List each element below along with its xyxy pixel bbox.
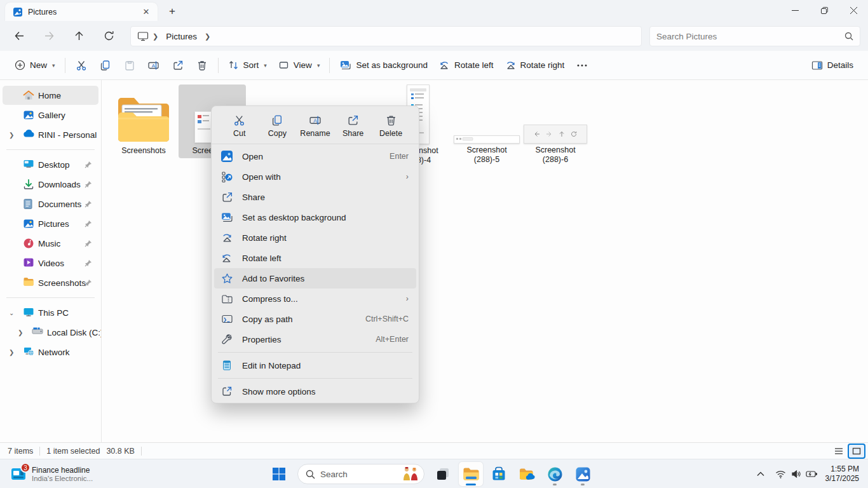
share-icon [347, 114, 359, 126]
taskbar-search-box[interactable]: Search [297, 464, 424, 484]
sidebar-item-desktop[interactable]: Desktop [3, 155, 98, 174]
breadcrumb-location[interactable]: Pictures [162, 30, 201, 43]
cut-button[interactable] [69, 55, 93, 76]
paste-button[interactable] [118, 55, 142, 76]
minimize-button[interactable] [780, 0, 810, 21]
sidebar-item-network[interactable]: ❯ Network [3, 342, 98, 362]
sidebar-item-gallery[interactable]: Gallery [3, 105, 98, 125]
menu-item-rotate-right[interactable]: Rotate right [214, 227, 416, 248]
sidebar-item-downloads[interactable]: Downloads [3, 175, 98, 194]
menu-item-shortcut: Ctrl+Shift+C [365, 315, 409, 323]
delete-button[interactable] [190, 55, 214, 76]
sidebar-item-documents[interactable]: Documents [3, 194, 98, 214]
menu-item-properties[interactable]: Properties Alt+Enter [214, 329, 416, 349]
file-explorer-taskbar-icon[interactable] [459, 462, 483, 486]
sidebar-separator [6, 149, 95, 150]
rename-icon: A [309, 114, 322, 126]
screenshot-thumbnail [454, 135, 520, 144]
file-name: Screenshot(288)-6 [535, 144, 575, 167]
new-tab-button[interactable]: + [164, 4, 180, 19]
rotate-left-button[interactable]: Rotate left [433, 55, 499, 76]
close-button[interactable] [839, 0, 868, 21]
file-name: Screenshots [121, 144, 165, 158]
breadcrumb-chevron-icon: ❯ [149, 32, 162, 41]
menu-item-show-more-options[interactable]: Show more options [214, 381, 416, 402]
sidebar-item-videos[interactable]: Videos [3, 254, 98, 273]
breadcrumb[interactable]: ❯ Pictures ❯ [130, 26, 642, 46]
search-input[interactable] [656, 32, 844, 41]
sidebar-item-onedrive[interactable]: ❯ RINI - Personal [3, 125, 98, 144]
submenu-arrow-icon: › [406, 172, 409, 181]
context-cut-button[interactable]: Cut [222, 111, 257, 141]
sidebar-item-music[interactable]: Music [3, 234, 98, 253]
photos-taskbar-icon[interactable] [571, 462, 595, 486]
see-more-button[interactable] [570, 55, 594, 76]
menu-item-compress-to[interactable]: Compress to... › [214, 288, 416, 309]
menu-item-add-to-favorites[interactable]: Add to Favorites [214, 268, 416, 288]
file-tile-screenshot-288-6[interactable]: Screenshot(288)-6 [522, 85, 589, 167]
back-button[interactable] [8, 26, 30, 46]
search-box[interactable] [649, 26, 860, 46]
rotate-right-icon [220, 231, 233, 244]
menu-item-label: Set as desktop background [242, 213, 346, 222]
menu-item-rotate-left[interactable]: Rotate left [214, 248, 416, 268]
onedrive-icon [23, 129, 34, 140]
context-copy-button[interactable]: Copy [259, 111, 295, 141]
menu-item-copy-as-path[interactable]: Copy as path Ctrl+Shift+C [214, 309, 416, 329]
view-button[interactable]: View ▾ [273, 55, 326, 76]
onedrive-folder-taskbar-icon[interactable] [515, 462, 539, 486]
menu-item-open-with[interactable]: Open with › [214, 166, 416, 187]
list-view-button[interactable] [831, 445, 846, 458]
volume-icon[interactable] [789, 464, 804, 484]
sort-button[interactable]: Sort ▾ [222, 55, 273, 76]
edge-taskbar-icon[interactable] [543, 462, 567, 486]
sidebar-item-local-disk[interactable]: ❯ Local Disk (C:) [3, 323, 98, 342]
rotate-right-button[interactable]: Rotate right [499, 55, 571, 76]
up-button[interactable] [68, 26, 90, 46]
file-tile-screenshots-folder[interactable]: Screenshots [110, 85, 177, 158]
sidebar-item-home[interactable]: Home [3, 86, 98, 105]
wifi-icon[interactable] [773, 464, 789, 484]
share-button[interactable] [166, 55, 190, 76]
sidebar-item-label: Music [38, 239, 60, 248]
widgets-icon: 3 [10, 466, 27, 482]
this-pc-icon [137, 31, 149, 41]
details-pane-button[interactable]: Details [806, 55, 859, 76]
battery-icon[interactable] [804, 464, 819, 484]
refresh-button[interactable] [98, 26, 119, 46]
forward-button[interactable] [38, 26, 60, 46]
widget-headline: Finance headline [32, 466, 93, 475]
tray-chevron-up-icon[interactable] [753, 464, 768, 484]
new-button[interactable]: New ▾ [9, 55, 61, 76]
details-pane-label: Details [827, 60, 853, 70]
menu-item-share[interactable]: Share [214, 187, 416, 207]
sidebar-item-pictures[interactable]: Pictures [3, 214, 98, 233]
widget-badge: 3 [20, 463, 31, 473]
file-tile-screenshot-288-5[interactable]: Screenshot(288)-5 [453, 85, 520, 167]
sidebar-item-screenshots[interactable]: Screenshots [3, 273, 98, 292]
explorer-tab[interactable]: Pictures ✕ [5, 3, 158, 21]
set-as-background-button[interactable]: Set as background [334, 55, 433, 76]
thumbnail-view-button[interactable] [849, 445, 864, 458]
context-delete-button[interactable]: Delete [373, 111, 409, 141]
sidebar-item-label: Videos [38, 259, 64, 268]
menu-item-edit-in-notepad[interactable]: Edit in Notepad [214, 355, 416, 376]
context-share-button[interactable]: Share [336, 111, 371, 141]
sidebar-item-this-pc[interactable]: ⌄ This PC [3, 303, 98, 322]
taskbar-clock[interactable]: 1:55 PM 3/17/2025 [825, 464, 859, 484]
pictures-app-icon [13, 7, 23, 17]
sidebar-separator [6, 297, 95, 298]
chevron-down-icon: ⌄ [9, 309, 14, 316]
menu-item-set-desktop-background[interactable]: Set as desktop background [214, 207, 416, 227]
menu-item-label: Share [242, 193, 265, 202]
rename-button[interactable]: A [142, 55, 166, 76]
tab-close-icon[interactable]: ✕ [140, 6, 153, 18]
maximize-button[interactable] [810, 0, 839, 21]
context-rename-button[interactable]: A Rename [297, 111, 333, 141]
copy-button[interactable] [93, 55, 118, 76]
task-view-button[interactable] [431, 462, 455, 486]
start-button[interactable] [267, 462, 291, 486]
microsoft-store-taskbar-icon[interactable] [487, 462, 511, 486]
menu-item-open[interactable]: Open Enter [214, 146, 416, 166]
widgets-button[interactable]: 3 Finance headline India's Electronic... [5, 462, 98, 486]
